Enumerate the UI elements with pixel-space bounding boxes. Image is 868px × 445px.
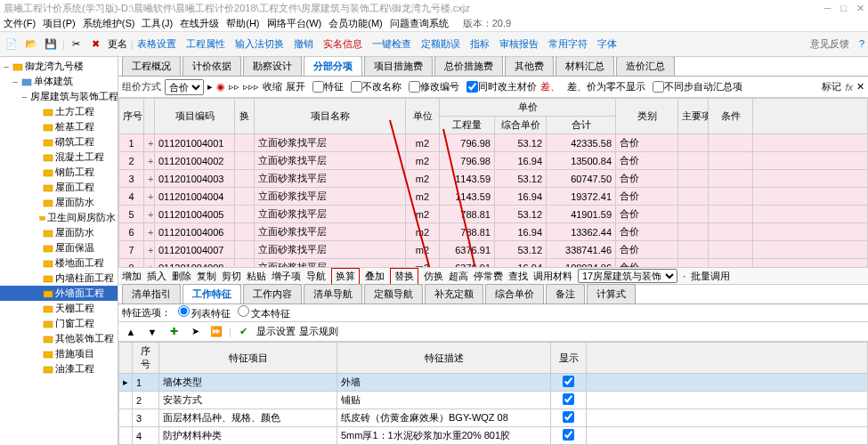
btn-check[interactable]: 一键检查 [372, 38, 411, 49]
act-imitate[interactable]: 仿换 [424, 270, 443, 283]
btn-chars[interactable]: 常用字符 [548, 38, 588, 49]
rename-button[interactable]: 更名 [108, 37, 127, 51]
menu-help[interactable]: 帮助(H) [226, 17, 259, 30]
feature-grid[interactable]: 序号 特征项目 特征描述 显示 ▸1墙体类型外墙2安装方式铺贴3面层材料品种、规… [118, 342, 868, 445]
tab-工程概况[interactable]: 工程概况 [122, 57, 181, 76]
open-icon[interactable]: 📂 [23, 36, 39, 53]
menu-network[interactable]: 网络平台(W) [267, 17, 322, 30]
table-row[interactable]: 6+011201004006立面砂浆找平层m2788.8116.9413362.… [119, 223, 868, 241]
close-icon[interactable]: ✕ [856, 3, 864, 13]
tree-item[interactable]: 天棚工程 [0, 301, 118, 316]
dtab-补充定额[interactable]: 补充定额 [425, 284, 483, 303]
fcol-item[interactable]: 特征项目 [159, 343, 337, 374]
dtab-备注[interactable]: 备注 [546, 284, 585, 303]
col-seq[interactable]: 序号 [119, 99, 144, 134]
ft-up-icon[interactable]: ▲ [122, 324, 140, 340]
menu-member[interactable]: 会员功能(M) [329, 17, 383, 30]
feature-row[interactable]: 4防护材料种类5mm厚1：1水泥砂浆加水重20% 801胶 [119, 427, 868, 445]
act-paste[interactable]: 粘贴 [247, 270, 266, 283]
opt-text[interactable]: 文本特征 [238, 305, 290, 320]
act-bulk[interactable]: 批量调用 [691, 270, 730, 283]
nav-prev-icon[interactable]: ◉ [216, 81, 225, 93]
ft-display-settings[interactable]: 显示设置 [256, 325, 296, 338]
ft-add-icon[interactable]: ✚ [165, 324, 183, 340]
tree-item[interactable]: 卫生间厨房防水 [0, 210, 118, 225]
col-main[interactable]: 主要项目 [678, 99, 709, 134]
tree-item[interactable]: 钢筋工程 [0, 165, 118, 180]
col-cat[interactable]: 类别 [616, 99, 678, 134]
act-cut[interactable]: 剪切 [222, 270, 241, 283]
btn-project-props[interactable]: 工程属性 [186, 38, 225, 49]
tree-item[interactable]: 屋面防水 [0, 195, 118, 210]
tree-item[interactable]: 措施项目 [0, 346, 118, 361]
minimize-icon[interactable]: ─ [823, 3, 831, 13]
act-stop[interactable]: 停常费 [474, 270, 503, 283]
tree-item[interactable]: 内墙柱面工程 [0, 271, 118, 286]
table-row[interactable]: 5+011201004005立面砂浆找平层m2788.8153.1241901.… [119, 206, 868, 223]
tab-材料汇总[interactable]: 材料汇总 [556, 57, 614, 76]
act-overlay[interactable]: 叠加 [365, 270, 385, 283]
tree-item[interactable]: 屋面工程 [0, 180, 118, 195]
tab-计价依据[interactable]: 计价依据 [183, 57, 241, 76]
col-qty[interactable]: 工程量 [440, 117, 495, 134]
main-grid[interactable]: 序号 项目编码 换 项目名称 单位 单价 类别 主要项目 条件 工程量 [118, 98, 868, 267]
btn-ime[interactable]: 输入法切换 [235, 38, 284, 49]
tree-item[interactable]: 土方工程 [0, 104, 118, 119]
btn-font[interactable]: 字体 [597, 38, 617, 49]
menu-faq[interactable]: 问题查询系统 [390, 17, 449, 30]
chk-noauto[interactable]: 不同步自动汇总项 [653, 80, 742, 93]
btn-audit[interactable]: 审核报告 [499, 38, 539, 49]
dtab-定额导航[interactable]: 定额导航 [364, 284, 423, 303]
group-select[interactable]: 合价 [165, 79, 204, 95]
save-icon[interactable]: 💾 [43, 36, 59, 53]
table-row[interactable]: 2+011201004002立面砂浆找平层m2796.9816.9413500.… [119, 152, 868, 170]
act-find[interactable]: 查找 [508, 270, 528, 283]
fcol-show[interactable]: 显示 [551, 343, 587, 374]
dtab-清单指引[interactable]: 清单指引 [122, 284, 181, 303]
tab-分部分项[interactable]: 分部分项 [304, 57, 362, 76]
tree-item[interactable]: 桩基工程 [0, 119, 118, 134]
ft-check-icon[interactable]: ✔ [235, 324, 253, 340]
act-addchild[interactable]: 增子项 [272, 270, 301, 283]
nav-next-icon[interactable]: ▹▹ [229, 81, 239, 93]
chk-noname[interactable]: 不改名称 [351, 80, 402, 93]
fcol-desc[interactable]: 特征描述 [337, 343, 551, 374]
col-price-group[interactable]: 单价 [440, 99, 616, 117]
table-row[interactable]: 3+011201004003立面砂浆找平层m21143.5953.1260747… [119, 170, 868, 188]
expand-button[interactable]: 展开 [286, 80, 305, 93]
col-unit[interactable]: 单位 [406, 99, 440, 134]
nav-last-icon[interactable]: ▹▹▹ [243, 81, 259, 93]
menu-file[interactable]: 文件(F) [4, 17, 36, 30]
tab-总价措施费[interactable]: 总价措施费 [434, 57, 503, 76]
act-nav[interactable]: 导航 [306, 270, 326, 283]
chk-special[interactable]: 特征 [312, 80, 344, 93]
btn-errata[interactable]: 定额勘误 [421, 38, 460, 49]
btn-undo[interactable]: 撤销 [294, 38, 313, 49]
ft-del-icon[interactable]: ➤ [186, 324, 204, 340]
act-replace[interactable]: 替换 [390, 268, 418, 285]
menu-project[interactable]: 项目(P) [43, 17, 76, 30]
project-select[interactable]: 17房屋建筑与装饰 [578, 269, 677, 283]
table-row[interactable]: 4+011201004004立面砂浆找平层m21143.5916.9419372… [119, 188, 868, 206]
tab-其他费[interactable]: 其他费 [505, 57, 554, 76]
act-copy[interactable]: 复制 [197, 270, 216, 283]
chk-sync[interactable]: 同时改主材价 [466, 80, 537, 93]
project-tree[interactable]: −御龙湾九号楼 −单体建筑 −房屋建筑与装饰工程 土方工程桩基工程砌筑工程混凝土… [0, 57, 118, 445]
act-height[interactable]: 超高 [449, 270, 468, 283]
tab-造价汇总[interactable]: 造价汇总 [616, 57, 675, 76]
tree-building[interactable]: −单体建筑 [0, 74, 118, 89]
menu-tools[interactable]: 工具(J) [142, 17, 173, 30]
tree-item[interactable]: 外墙面工程 [0, 286, 118, 301]
feature-row[interactable]: ▸1墙体类型外墙 [119, 374, 868, 392]
tab-项目措施费[interactable]: 项目措施费 [364, 57, 433, 76]
tree-item[interactable]: 门窗工程 [0, 316, 118, 331]
chk-modnum[interactable]: 修改编号 [409, 80, 459, 93]
new-icon[interactable]: 📄 [4, 36, 20, 53]
btn-indicator[interactable]: 指标 [470, 38, 490, 49]
col-unitprice[interactable]: 综合单价 [495, 117, 547, 134]
dtab-工作特征[interactable]: 工作特征 [183, 284, 241, 303]
tree-construction[interactable]: −房屋建筑与装饰工程 [0, 89, 118, 104]
tree-item[interactable]: 屋面防水 [0, 225, 118, 240]
tab-勘察设计[interactable]: 勘察设计 [243, 57, 302, 76]
tree-item[interactable]: 混凝土工程 [0, 150, 118, 165]
